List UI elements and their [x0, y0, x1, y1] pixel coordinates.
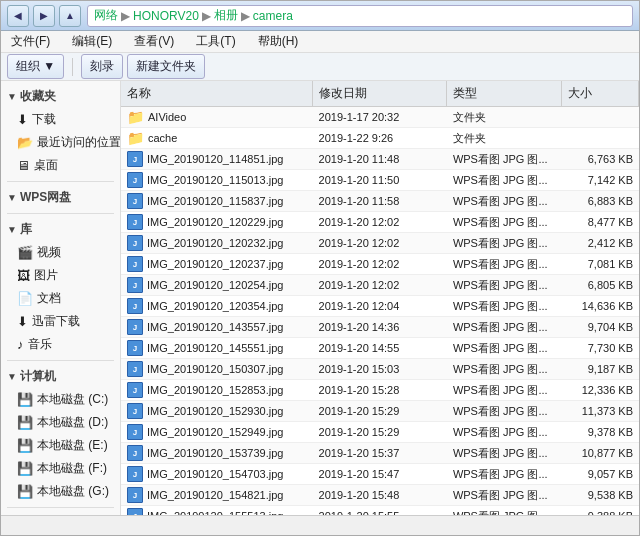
- new-folder-button[interactable]: 新建文件夹: [127, 54, 205, 79]
- organize-button[interactable]: 组织 ▼: [7, 54, 64, 79]
- sidebar-item-download[interactable]: ⬇ 下载: [1, 108, 120, 131]
- table-row[interactable]: JIMG_20190120_150307.jpg2019-1-20 15:03W…: [121, 359, 639, 380]
- sidebar-item-recent[interactable]: 📂 最近访问的位置: [1, 131, 120, 154]
- sidebar-item-driveC-label: 本地磁盘 (C:): [37, 391, 108, 408]
- table-row[interactable]: JIMG_20190120_120354.jpg2019-1-20 12:04W…: [121, 296, 639, 317]
- burn-button[interactable]: 刻录: [81, 54, 123, 79]
- table-row[interactable]: JIMG_20190120_143557.jpg2019-1-20 14:36W…: [121, 317, 639, 338]
- file-name-cell: JIMG_20190120_114851.jpg: [121, 149, 313, 169]
- sidebar-divider-3: [7, 360, 114, 361]
- main-layout: ▼ 收藏夹 ⬇ 下载 📂 最近访问的位置 🖥 桌面: [1, 81, 639, 515]
- titlebar: ◀ ▶ ▲ 网络 ▶ HONORV20 ▶ 相册 ▶ camera: [1, 1, 639, 31]
- sidebar: ▼ 收藏夹 ⬇ 下载 📂 最近访问的位置 🖥 桌面: [1, 81, 121, 515]
- menu-edit[interactable]: 编辑(E): [66, 31, 118, 52]
- table-row[interactable]: JIMG_20190120_152949.jpg2019-1-20 15:29W…: [121, 422, 639, 443]
- menu-help[interactable]: 帮助(H): [252, 31, 305, 52]
- file-date-cell: 2019-1-20 15:03: [313, 361, 447, 377]
- file-name-cell: JIMG_20190120_143557.jpg: [121, 317, 313, 337]
- sidebar-item-driveD[interactable]: 💾 本地磁盘 (D:): [1, 411, 120, 434]
- table-row[interactable]: JIMG_20190120_152853.jpg2019-1-20 15:28W…: [121, 380, 639, 401]
- favorites-arrow: ▼: [7, 91, 17, 102]
- file-name-text: IMG_20190120_120254.jpg: [147, 279, 283, 291]
- file-name-cell: 📁cache: [121, 128, 313, 148]
- sidebar-item-video[interactable]: 🎬 视频: [1, 241, 120, 264]
- table-row[interactable]: JIMG_20190120_114851.jpg2019-1-20 11:48W…: [121, 149, 639, 170]
- image-icon: J: [127, 508, 143, 515]
- table-row[interactable]: JIMG_20190120_120232.jpg2019-1-20 12:02W…: [121, 233, 639, 254]
- image-icon: J: [127, 151, 143, 167]
- table-row[interactable]: JIMG_20190120_152930.jpg2019-1-20 15:29W…: [121, 401, 639, 422]
- favorites-label: 收藏夹: [20, 88, 56, 105]
- image-icon: J: [127, 298, 143, 314]
- file-name-cell: JIMG_20190120_152853.jpg: [121, 380, 313, 400]
- file-name-text: IMG_20190120_143557.jpg: [147, 321, 283, 333]
- col-header-date[interactable]: 修改日期: [313, 81, 447, 106]
- table-row[interactable]: 📁AIVideo2019-1-17 20:32文件夹: [121, 107, 639, 128]
- sidebar-section-wps-header[interactable]: ▼ WPS网盘: [1, 186, 120, 209]
- table-row[interactable]: JIMG_20190120_115013.jpg2019-1-20 11:50W…: [121, 170, 639, 191]
- col-header-type[interactable]: 类型: [447, 81, 562, 106]
- col-header-name[interactable]: 名称: [121, 81, 313, 106]
- menu-file[interactable]: 文件(F): [5, 31, 56, 52]
- image-icon: J: [127, 340, 143, 356]
- table-row[interactable]: JIMG_20190120_154821.jpg2019-1-20 15:48W…: [121, 485, 639, 506]
- table-row[interactable]: JIMG_20190120_153739.jpg2019-1-20 15:37W…: [121, 443, 639, 464]
- file-date-cell: 2019-1-20 12:04: [313, 298, 447, 314]
- image-icon: J: [127, 445, 143, 461]
- table-row[interactable]: JIMG_20190120_120254.jpg2019-1-20 12:02W…: [121, 275, 639, 296]
- sidebar-section-library-header[interactable]: ▼ 库: [1, 218, 120, 241]
- file-name-text: IMG_20190120_120237.jpg: [147, 258, 283, 270]
- up-button[interactable]: ▲: [59, 5, 81, 27]
- table-row[interactable]: JIMG_20190120_154703.jpg2019-1-20 15:47W…: [121, 464, 639, 485]
- toolbar-sep1: [72, 58, 73, 76]
- breadcrumb-camera[interactable]: camera: [253, 9, 293, 23]
- file-type-cell: WPS看图 JPG 图...: [447, 276, 562, 295]
- sidebar-item-driveC[interactable]: 💾 本地磁盘 (C:): [1, 388, 120, 411]
- table-row[interactable]: 📁cache2019-1-22 9:26文件夹: [121, 128, 639, 149]
- sidebar-section-favorites-header[interactable]: ▼ 收藏夹: [1, 85, 120, 108]
- file-type-cell: 文件夹: [447, 108, 562, 127]
- file-type-cell: WPS看图 JPG 图...: [447, 318, 562, 337]
- file-size-cell: 6,763 KB: [562, 151, 639, 167]
- sidebar-item-pictures[interactable]: 🖼 图片: [1, 264, 120, 287]
- file-date-cell: 2019-1-20 12:02: [313, 235, 447, 251]
- menu-view[interactable]: 查看(V): [128, 31, 180, 52]
- back-button[interactable]: ◀: [7, 5, 29, 27]
- sidebar-section-computer-header[interactable]: ▼ 计算机: [1, 365, 120, 388]
- file-type-cell: WPS看图 JPG 图...: [447, 486, 562, 505]
- sidebar-item-driveF[interactable]: 💾 本地磁盘 (F:): [1, 457, 120, 480]
- filelist-header: 名称 修改日期 类型 大小: [121, 81, 639, 107]
- breadcrumb-sep1: ▶: [121, 9, 130, 23]
- sidebar-item-music[interactable]: ♪ 音乐: [1, 333, 120, 356]
- image-icon: J: [127, 256, 143, 272]
- sidebar-item-xunlei[interactable]: ⬇ 迅雷下载: [1, 310, 120, 333]
- table-row[interactable]: JIMG_20190120_115837.jpg2019-1-20 11:58W…: [121, 191, 639, 212]
- table-row[interactable]: JIMG_20190120_120229.jpg2019-1-20 12:02W…: [121, 212, 639, 233]
- breadcrumb-honorv20[interactable]: HONORV20: [133, 9, 199, 23]
- file-name-text: IMG_20190120_120229.jpg: [147, 216, 283, 228]
- table-row[interactable]: JIMG_20190120_145551.jpg2019-1-20 14:55W…: [121, 338, 639, 359]
- file-name-cell: 📁AIVideo: [121, 107, 313, 127]
- pictures-icon: 🖼: [17, 268, 30, 283]
- file-date-cell: 2019-1-20 11:48: [313, 151, 447, 167]
- driveF-icon: 💾: [17, 461, 33, 476]
- breadcrumb[interactable]: 网络 ▶ HONORV20 ▶ 相册 ▶ camera: [87, 5, 633, 27]
- table-row[interactable]: JIMG_20190120_155513.jpg2019-1-20 15:55W…: [121, 506, 639, 515]
- sidebar-item-driveE[interactable]: 💾 本地磁盘 (E:): [1, 434, 120, 457]
- forward-button[interactable]: ▶: [33, 5, 55, 27]
- file-date-cell: 2019-1-20 11:58: [313, 193, 447, 209]
- breadcrumb-network[interactable]: 网络: [94, 7, 118, 24]
- table-row[interactable]: JIMG_20190120_120237.jpg2019-1-20 12:02W…: [121, 254, 639, 275]
- file-size-cell: 2,412 KB: [562, 235, 639, 251]
- breadcrumb-photos[interactable]: 相册: [214, 7, 238, 24]
- menu-tools[interactable]: 工具(T): [190, 31, 241, 52]
- sidebar-item-driveD-label: 本地磁盘 (D:): [37, 414, 108, 431]
- file-name-text: IMG_20190120_115837.jpg: [147, 195, 283, 207]
- sidebar-item-driveG[interactable]: 💾 本地磁盘 (G:): [1, 480, 120, 503]
- file-date-cell: 2019-1-20 15:28: [313, 382, 447, 398]
- file-date-cell: 2019-1-20 12:02: [313, 256, 447, 272]
- file-name-cell: JIMG_20190120_153739.jpg: [121, 443, 313, 463]
- sidebar-item-documents[interactable]: 📄 文档: [1, 287, 120, 310]
- col-header-size[interactable]: 大小: [562, 81, 639, 106]
- sidebar-item-desktop[interactable]: 🖥 桌面: [1, 154, 120, 177]
